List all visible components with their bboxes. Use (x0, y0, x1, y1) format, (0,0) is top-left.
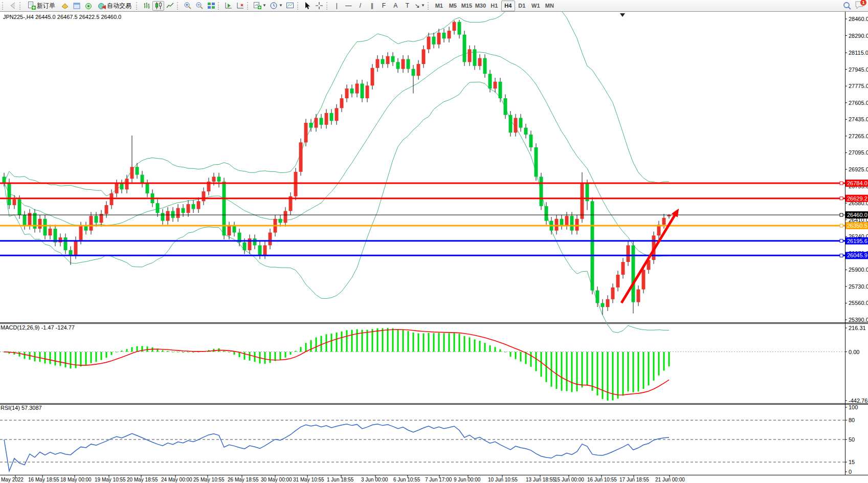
candle (228, 222, 231, 239)
line-chart-button[interactable] (164, 1, 176, 11)
signals-button[interactable] (82, 1, 94, 11)
candle-body (299, 142, 303, 171)
timeframe-d1[interactable]: D1 (515, 1, 529, 11)
candle-body (478, 58, 482, 66)
chart-shift-button[interactable] (222, 1, 234, 11)
hline-anchor[interactable] (840, 213, 843, 216)
candle (330, 109, 333, 125)
search-icon[interactable] (843, 2, 852, 10)
rsi-line (4, 424, 669, 471)
timeframe-mn[interactable]: MN (543, 1, 557, 11)
zoom-out-button[interactable] (193, 1, 205, 11)
trendline-tool[interactable]: / (354, 1, 366, 11)
macd-bar (275, 352, 276, 361)
candle (13, 195, 16, 209)
new-order-icon (28, 2, 36, 10)
bar-chart-button[interactable] (141, 1, 152, 11)
candle-body (427, 36, 431, 49)
candlestick-chart-button[interactable] (152, 1, 164, 11)
bollinger-upper-band (4, 0, 669, 196)
candle-body (463, 35, 466, 62)
market-window-button[interactable] (71, 1, 82, 11)
time-tick-label: 26 May 18:55 (228, 477, 259, 482)
crosshair-button[interactable] (314, 1, 325, 11)
macd-bar (658, 352, 660, 376)
candle-body (100, 214, 103, 223)
equidistant-channel-tool[interactable]: ∥ (366, 1, 378, 11)
candle (483, 54, 487, 78)
hline-anchor[interactable] (840, 197, 843, 200)
macd-bar (91, 352, 92, 363)
candle (217, 173, 221, 188)
auto-trading-icon (98, 2, 106, 10)
macd-bar (121, 350, 123, 352)
auto-scroll-button[interactable] (234, 1, 246, 11)
templates-button[interactable] (284, 1, 296, 11)
text-tool[interactable]: A (390, 1, 402, 11)
candle-body (529, 135, 533, 147)
clipped-toolbar-button[interactable] (7, 1, 18, 11)
price-tag-label: 26045.9 (847, 252, 867, 258)
cursor-button[interactable] (302, 1, 314, 11)
candle-body (468, 49, 472, 62)
timeframe-h4[interactable]: H4 (501, 1, 515, 11)
windows-toolbar-handle[interactable] (247, 2, 250, 10)
hline-anchor[interactable] (840, 254, 843, 257)
timeframe-toolbar-handle[interactable] (428, 2, 430, 10)
macd-bar (423, 333, 425, 352)
chat-button[interactable]: 1 (855, 1, 865, 11)
hline-anchor[interactable] (840, 182, 843, 185)
new-chart-button[interactable]: ▼ (252, 1, 268, 11)
candle (207, 178, 211, 195)
cursor-toolbar-handle[interactable] (297, 2, 300, 10)
candle (632, 242, 635, 314)
timeframe-m5[interactable]: M5 (446, 1, 460, 11)
candle-body (345, 89, 349, 98)
candle (422, 46, 426, 68)
timeframe-h1[interactable]: H1 (487, 1, 501, 11)
chart-canvas[interactable]: 28460.028290.028115.027945.027775.027605… (0, 0, 868, 483)
zoom-toolbar-handle[interactable] (177, 2, 180, 10)
macd-bar (449, 333, 450, 352)
macd-bar (198, 352, 199, 353)
candle-body (442, 33, 446, 38)
chart-tips-button[interactable] (59, 1, 71, 11)
auto-trading-button[interactable]: 自动交易 (94, 1, 135, 11)
period-button[interactable]: ▼ (268, 1, 284, 11)
lines-toolbar-handle[interactable] (326, 2, 329, 10)
timeframe-m30[interactable]: M30 (474, 1, 487, 11)
fibonacci-tool[interactable]: F (378, 1, 390, 11)
hline-anchor[interactable] (840, 224, 843, 227)
price-tick-label: 27775.0 (849, 83, 868, 89)
arrows-tool[interactable]: ↘▼ (413, 1, 427, 11)
vertical-line-tool[interactable]: | (331, 1, 343, 11)
macd-bar (669, 352, 670, 367)
price-tick-label: 28115.0 (849, 50, 868, 56)
charts-toolbar-handle[interactable] (136, 2, 139, 10)
timeframe-m1[interactable]: M1 (432, 1, 446, 11)
candle (575, 215, 579, 234)
candle (591, 197, 594, 295)
text-label-tool[interactable]: T (402, 1, 413, 11)
hline-anchor[interactable] (840, 239, 843, 243)
macd-bar (106, 352, 107, 358)
candle-body (263, 245, 267, 255)
timeframe-m15[interactable]: M15 (460, 1, 474, 11)
scroll-toolbar-handle[interactable] (218, 2, 220, 10)
candle (202, 187, 206, 205)
candle-body (59, 237, 62, 243)
standard-toolbar-handle[interactable] (19, 2, 22, 10)
tile-windows-button[interactable] (205, 1, 217, 11)
new-order-button[interactable]: 新订单 (24, 1, 59, 11)
arrows-caret-icon: ▼ (421, 4, 425, 8)
price-tick-label: 27265.0 (849, 133, 868, 139)
candle-body (23, 215, 27, 226)
horizontal-line-tool[interactable]: — (343, 1, 354, 11)
timeframe-w1[interactable]: W1 (529, 1, 543, 11)
chart-shift-marker[interactable] (620, 13, 625, 17)
macd-bar (628, 352, 629, 391)
zoom-in-button[interactable] (182, 1, 193, 11)
toolbar-drag-handle[interactable] (2, 2, 5, 10)
macd-bar (643, 352, 644, 389)
bar-chart-icon (143, 2, 151, 10)
